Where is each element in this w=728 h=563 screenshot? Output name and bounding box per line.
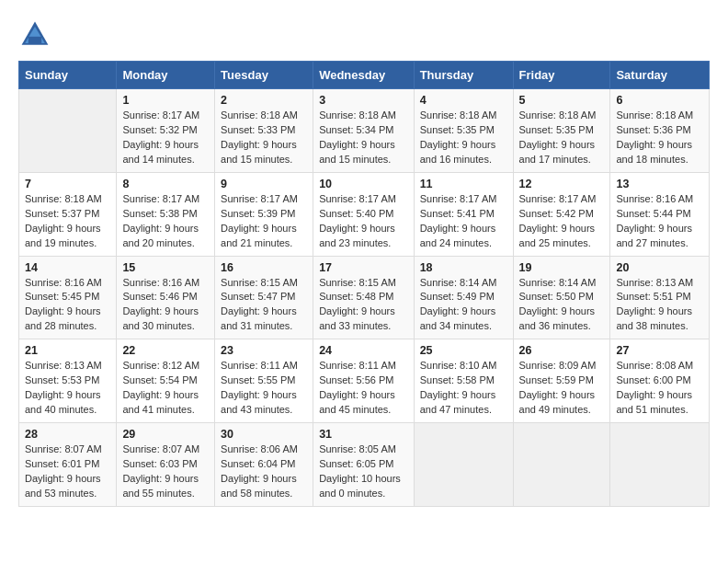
week-row-1: 1Sunrise: 8:17 AMSunset: 5:32 PMDaylight… — [19, 89, 710, 173]
calendar-cell: 29Sunrise: 8:07 AMSunset: 6:03 PMDayligh… — [117, 423, 215, 507]
day-number: 28 — [25, 428, 110, 441]
day-number: 20 — [616, 261, 703, 274]
calendar-cell: 7Sunrise: 8:18 AMSunset: 5:37 PMDaylight… — [19, 172, 117, 256]
cell-details: Sunrise: 8:17 AMSunset: 5:32 PMDaylight:… — [122, 109, 209, 167]
cell-details: Sunrise: 8:17 AMSunset: 5:39 PMDaylight:… — [221, 192, 307, 251]
calendar-cell: 25Sunrise: 8:10 AMSunset: 5:58 PMDayligh… — [414, 339, 513, 423]
cell-details: Sunrise: 8:16 AMSunset: 5:45 PMDaylight:… — [25, 276, 110, 335]
day-number: 27 — [616, 344, 703, 357]
cell-details: Sunrise: 8:17 AMSunset: 5:42 PMDaylight:… — [519, 192, 605, 251]
cell-details: Sunrise: 8:13 AMSunset: 5:51 PMDaylight:… — [616, 276, 703, 335]
cell-details: Sunrise: 8:16 AMSunset: 5:44 PMDaylight:… — [616, 192, 703, 251]
calendar-cell — [513, 423, 610, 507]
cell-details: Sunrise: 8:06 AMSunset: 6:04 PMDaylight:… — [221, 442, 307, 501]
day-number: 12 — [519, 178, 605, 190]
cell-details: Sunrise: 8:18 AMSunset: 5:33 PMDaylight:… — [221, 109, 307, 167]
header-row: SundayMondayTuesdayWednesdayThursdayFrid… — [19, 62, 710, 89]
cell-details: Sunrise: 8:18 AMSunset: 5:34 PMDaylight:… — [319, 109, 408, 167]
day-number: 16 — [221, 261, 307, 274]
week-row-5: 28Sunrise: 8:07 AMSunset: 6:01 PMDayligh… — [19, 423, 710, 507]
page-header — [18, 18, 710, 52]
cell-details: Sunrise: 8:11 AMSunset: 5:55 PMDaylight:… — [221, 359, 307, 418]
header-saturday: Saturday — [610, 62, 710, 89]
calendar-cell: 30Sunrise: 8:06 AMSunset: 6:04 PMDayligh… — [215, 423, 313, 507]
cell-details: Sunrise: 8:17 AMSunset: 5:38 PMDaylight:… — [122, 192, 209, 251]
cell-details: Sunrise: 8:05 AMSunset: 6:05 PMDaylight:… — [319, 442, 408, 501]
day-number: 4 — [420, 94, 507, 107]
cell-details: Sunrise: 8:15 AMSunset: 5:47 PMDaylight:… — [221, 276, 307, 335]
day-number: 7 — [25, 178, 110, 190]
day-number: 9 — [221, 178, 307, 190]
day-number: 13 — [616, 178, 703, 190]
day-number: 19 — [519, 261, 605, 274]
calendar-cell: 14Sunrise: 8:16 AMSunset: 5:45 PMDayligh… — [19, 256, 117, 339]
calendar-cell: 26Sunrise: 8:09 AMSunset: 5:59 PMDayligh… — [513, 339, 610, 423]
calendar-cell: 3Sunrise: 8:18 AMSunset: 5:34 PMDaylight… — [313, 89, 415, 173]
header-monday: Monday — [117, 62, 215, 89]
cell-details: Sunrise: 8:11 AMSunset: 5:56 PMDaylight:… — [319, 359, 408, 418]
logo — [18, 18, 55, 52]
day-number: 11 — [420, 178, 507, 190]
day-number: 3 — [319, 94, 408, 107]
calendar-cell: 1Sunrise: 8:17 AMSunset: 5:32 PMDaylight… — [117, 89, 215, 173]
header-sunday: Sunday — [19, 62, 117, 89]
calendar-cell: 20Sunrise: 8:13 AMSunset: 5:51 PMDayligh… — [610, 256, 710, 339]
calendar-cell: 4Sunrise: 8:18 AMSunset: 5:35 PMDaylight… — [414, 89, 513, 173]
calendar-cell: 16Sunrise: 8:15 AMSunset: 5:47 PMDayligh… — [215, 256, 313, 339]
day-number: 2 — [221, 94, 307, 107]
calendar-cell — [610, 423, 710, 507]
calendar-cell: 28Sunrise: 8:07 AMSunset: 6:01 PMDayligh… — [19, 423, 117, 507]
calendar-cell: 8Sunrise: 8:17 AMSunset: 5:38 PMDaylight… — [117, 172, 215, 256]
day-number: 25 — [420, 344, 507, 357]
cell-details: Sunrise: 8:13 AMSunset: 5:53 PMDaylight:… — [25, 359, 110, 418]
day-number: 22 — [122, 344, 209, 357]
calendar-cell: 11Sunrise: 8:17 AMSunset: 5:41 PMDayligh… — [414, 172, 513, 256]
logo-icon — [18, 18, 51, 52]
calendar-cell: 23Sunrise: 8:11 AMSunset: 5:55 PMDayligh… — [215, 339, 313, 423]
day-number: 10 — [319, 178, 408, 190]
day-number: 17 — [319, 261, 408, 274]
day-number: 30 — [221, 428, 307, 441]
cell-details: Sunrise: 8:10 AMSunset: 5:58 PMDaylight:… — [420, 359, 507, 418]
day-number: 8 — [122, 178, 209, 190]
cell-details: Sunrise: 8:17 AMSunset: 5:40 PMDaylight:… — [319, 192, 408, 251]
cell-details: Sunrise: 8:12 AMSunset: 5:54 PMDaylight:… — [122, 359, 209, 418]
day-number: 21 — [25, 344, 110, 357]
cell-details: Sunrise: 8:07 AMSunset: 6:01 PMDaylight:… — [25, 442, 110, 501]
week-row-4: 21Sunrise: 8:13 AMSunset: 5:53 PMDayligh… — [19, 339, 710, 423]
cell-details: Sunrise: 8:14 AMSunset: 5:50 PMDaylight:… — [519, 276, 605, 335]
day-number: 24 — [319, 344, 408, 357]
cell-details: Sunrise: 8:18 AMSunset: 5:37 PMDaylight:… — [25, 192, 110, 251]
calendar-cell — [414, 423, 513, 507]
cell-details: Sunrise: 8:18 AMSunset: 5:36 PMDaylight:… — [616, 109, 703, 167]
calendar-cell: 27Sunrise: 8:08 AMSunset: 6:00 PMDayligh… — [610, 339, 710, 423]
calendar-cell: 18Sunrise: 8:14 AMSunset: 5:49 PMDayligh… — [414, 256, 513, 339]
day-number: 6 — [616, 94, 703, 107]
cell-details: Sunrise: 8:18 AMSunset: 5:35 PMDaylight:… — [420, 109, 507, 167]
day-number: 5 — [519, 94, 605, 107]
calendar-cell: 2Sunrise: 8:18 AMSunset: 5:33 PMDaylight… — [215, 89, 313, 173]
calendar-cell: 12Sunrise: 8:17 AMSunset: 5:42 PMDayligh… — [513, 172, 610, 256]
day-number: 18 — [420, 261, 507, 274]
calendar-cell: 15Sunrise: 8:16 AMSunset: 5:46 PMDayligh… — [117, 256, 215, 339]
calendar-cell — [19, 89, 117, 173]
cell-details: Sunrise: 8:15 AMSunset: 5:48 PMDaylight:… — [319, 276, 408, 335]
day-number: 23 — [221, 344, 307, 357]
cell-details: Sunrise: 8:18 AMSunset: 5:35 PMDaylight:… — [519, 109, 605, 167]
calendar-cell: 9Sunrise: 8:17 AMSunset: 5:39 PMDaylight… — [215, 172, 313, 256]
calendar-cell: 17Sunrise: 8:15 AMSunset: 5:48 PMDayligh… — [313, 256, 415, 339]
calendar-cell: 31Sunrise: 8:05 AMSunset: 6:05 PMDayligh… — [313, 423, 415, 507]
day-number: 14 — [25, 261, 110, 274]
calendar-table: SundayMondayTuesdayWednesdayThursdayFrid… — [18, 61, 710, 507]
week-row-3: 14Sunrise: 8:16 AMSunset: 5:45 PMDayligh… — [19, 256, 710, 339]
calendar-cell: 13Sunrise: 8:16 AMSunset: 5:44 PMDayligh… — [610, 172, 710, 256]
calendar-cell: 22Sunrise: 8:12 AMSunset: 5:54 PMDayligh… — [117, 339, 215, 423]
calendar-cell: 24Sunrise: 8:11 AMSunset: 5:56 PMDayligh… — [313, 339, 415, 423]
cell-details: Sunrise: 8:07 AMSunset: 6:03 PMDaylight:… — [122, 442, 209, 501]
header-friday: Friday — [513, 62, 610, 89]
header-tuesday: Tuesday — [215, 62, 313, 89]
calendar-cell: 10Sunrise: 8:17 AMSunset: 5:40 PMDayligh… — [313, 172, 415, 256]
svg-rect-2 — [28, 37, 41, 43]
day-number: 1 — [122, 94, 209, 107]
day-number: 31 — [319, 428, 408, 441]
